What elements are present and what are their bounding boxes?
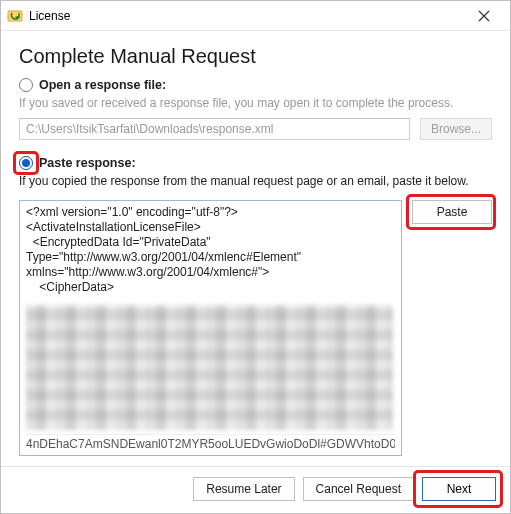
- paste-side: Paste: [412, 200, 492, 456]
- xml-tail-line: 4nDEhaC7AmSNDEwanl0T2MYR5ooLUEDvGwioDoDl…: [26, 434, 395, 451]
- xml-line: xmlns="http://www.w3.org/2001/04/xmlenc#…: [26, 265, 395, 280]
- option-open-file-row[interactable]: Open a response file:: [19, 78, 492, 92]
- resume-later-button[interactable]: Resume Later: [193, 477, 294, 501]
- option-paste-row[interactable]: Paste response:: [19, 156, 492, 170]
- xml-line: Type="http://www.w3.org/2001/04/xmlenc#E…: [26, 250, 395, 265]
- option-open-file-label: Open a response file:: [39, 78, 166, 92]
- page-title: Complete Manual Request: [19, 45, 492, 68]
- window-title: License: [29, 9, 466, 23]
- browse-button: Browse...: [420, 118, 492, 140]
- dialog-content: Complete Manual Request Open a response …: [1, 31, 510, 466]
- close-button[interactable]: [466, 2, 502, 30]
- xml-line: <ActivateInstallationLicenseFile>: [26, 220, 395, 235]
- xml-line: <?xml version="1.0" encoding="utf-8"?>: [26, 205, 395, 220]
- cancel-request-button[interactable]: Cancel Request: [303, 477, 414, 501]
- license-renew-icon: [7, 8, 23, 24]
- next-button[interactable]: Next: [422, 477, 496, 501]
- paste-button[interactable]: Paste: [412, 200, 492, 224]
- response-xml-textarea[interactable]: <?xml version="1.0" encoding="utf-8"?> <…: [19, 200, 402, 456]
- xml-line: <EncryptedData Id="PrivateData": [26, 235, 395, 250]
- radio-paste-response[interactable]: [19, 156, 33, 170]
- file-row: C:\Users\ItsikTsarfati\Downloads\respons…: [19, 118, 492, 140]
- redacted-xml-content: [26, 305, 393, 430]
- radio-open-file[interactable]: [19, 78, 33, 92]
- xml-line: <CipherData>: [26, 280, 395, 295]
- paste-row: <?xml version="1.0" encoding="utf-8"?> <…: [19, 200, 492, 456]
- option-open-file-help: If you saved or received a response file…: [19, 96, 492, 110]
- dialog-footer: Resume Later Cancel Request Next: [1, 466, 510, 513]
- option-paste-help: If you copied the response from the manu…: [19, 174, 492, 188]
- option-paste-label: Paste response:: [39, 156, 136, 170]
- window-titlebar: License: [1, 1, 510, 31]
- close-icon: [478, 10, 490, 22]
- response-file-path-input[interactable]: C:\Users\ItsikTsarfati\Downloads\respons…: [19, 118, 410, 140]
